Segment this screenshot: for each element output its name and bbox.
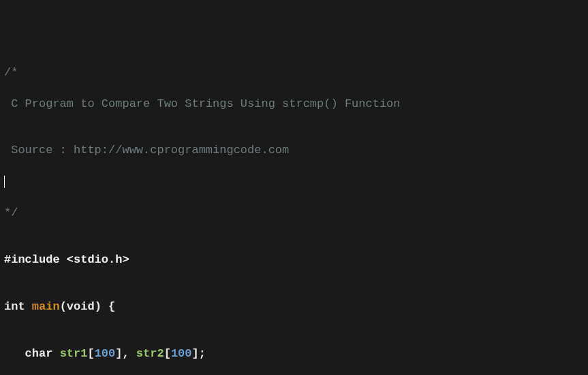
text-cursor [4,176,5,189]
identifier-str2: str2 [136,347,164,360]
bracket-close: ] [115,347,122,360]
code-line: char str1[100], str2[100]; [4,346,584,362]
code-line: #include <stdio.h> [4,252,584,268]
function-main: main [32,300,60,313]
bracket-open: [ [164,347,171,360]
comment-line: C Program to Compare Two Strings Using s… [4,97,584,112]
brace-open: { [108,300,115,313]
code-line: int main(void) { [4,299,584,315]
semicolon: ; [199,347,206,360]
paren-close: ) [95,300,102,313]
number-literal: 100 [95,347,116,360]
identifier-str1: str1 [60,347,88,360]
comment-line: /* [4,65,584,81]
keyword-void: void [67,300,95,313]
preprocessor-directive: #include <stdio.h> [4,253,129,266]
code-editor[interactable]: /* C Program to Compare Two Strings Usin… [4,65,584,375]
bracket-close: ] [191,347,198,360]
comma: , [122,347,129,360]
number-literal: 100 [171,347,192,360]
comment-line: */ [4,206,584,221]
comment-line: Source : http://www.cprogrammingcode.com [4,143,584,159]
keyword-char: char [25,347,53,360]
paren-open: ( [60,300,67,313]
cursor-line [4,174,584,190]
bracket-open: [ [87,347,94,360]
keyword-int: int [4,300,25,313]
